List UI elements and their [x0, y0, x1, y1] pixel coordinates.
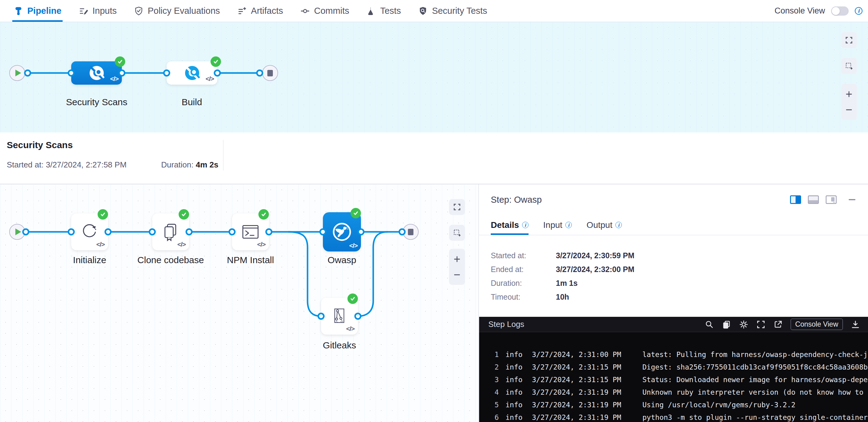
detail-row-timeout: Timeout: 10h — [491, 290, 856, 304]
duration-value: 4m 2s — [196, 160, 219, 169]
tab-label: Pipeline — [27, 6, 61, 16]
log-message: Status: Downloaded newer image for harne… — [642, 376, 868, 384]
tab-commits[interactable]: Commits — [299, 0, 350, 22]
code-badge: </> — [349, 242, 358, 249]
top-navigation: Pipeline Inputs Policy Evaluations — [0, 0, 868, 22]
layout-split-bottom-icon[interactable] — [808, 195, 819, 204]
step-graph-canvas: </> Initialize </> Clone codebase — [0, 184, 479, 422]
stage-info-title: Security Scans — [7, 140, 73, 150]
step-details-panel: Step: Owasp — [479, 184, 868, 422]
console-view-label: Console View — [774, 6, 825, 15]
lower-split: </> Initialize </> Clone codebase — [0, 184, 868, 422]
fullscreen-icon[interactable] — [756, 320, 766, 329]
log-level: info — [505, 401, 523, 409]
marquee-select-button[interactable] — [449, 225, 465, 241]
log-timestamp: 3/27/2024, 2:31:15 PM — [532, 376, 623, 384]
security-tests-icon — [418, 6, 428, 16]
settings-gear-icon[interactable] — [739, 320, 748, 329]
zoom-controls — [449, 249, 465, 285]
tab-label: Artifacts — [251, 6, 283, 16]
tab-output[interactable]: Output i — [587, 215, 622, 235]
tab-details[interactable]: Details i — [491, 215, 529, 235]
success-badge — [98, 209, 108, 220]
detail-value: 10h — [556, 293, 569, 301]
tab-tests[interactable]: Tests — [365, 0, 402, 22]
log-line-number: 3 — [488, 376, 499, 384]
code-badge: </> — [257, 241, 266, 248]
log-line: 5 info 3/27/2024, 2:31:19 PM Using /usr/… — [488, 398, 868, 411]
stage-canvas-controls — [841, 32, 857, 120]
success-badge — [350, 208, 361, 218]
tab-input[interactable]: Input i — [543, 215, 572, 235]
detail-label: Duration: — [491, 279, 556, 288]
npm-install-icon — [241, 222, 260, 241]
console-view-info-icon[interactable]: i — [855, 7, 863, 15]
step-panel-title: Step: Owasp — [491, 195, 542, 205]
input-info-icon[interactable]: i — [565, 222, 572, 228]
log-message: latest: Pulling from harness/owasp-depen… — [642, 351, 868, 359]
fit-to-screen-button[interactable] — [841, 32, 857, 48]
success-badge — [347, 293, 358, 304]
log-level: info — [505, 351, 523, 359]
inputs-icon — [79, 6, 88, 16]
tab-pipeline[interactable]: Pipeline — [12, 0, 63, 22]
step-label: NPM Install — [202, 255, 300, 265]
detail-value: 3/27/2024, 2:32:00 PM — [556, 265, 634, 274]
stage-card-build[interactable]: </> — [167, 61, 217, 85]
open-in-new-icon[interactable] — [773, 320, 783, 329]
layout-split-right-icon[interactable] — [790, 195, 801, 204]
collapse-panel-icon[interactable] — [848, 195, 856, 204]
log-message: Digest: sha256:7755011cdb13caf9f95051f8c… — [642, 363, 868, 371]
tab-policy-evaluations[interactable]: Policy Evaluations — [133, 0, 221, 22]
duration-label: Duration: — [161, 160, 194, 169]
stage-start-node — [9, 65, 25, 81]
pipeline-execution-page: Pipeline Inputs Policy Evaluations — [0, 0, 868, 422]
layout-floating-icon[interactable] — [826, 195, 837, 204]
marquee-select-button[interactable] — [841, 58, 857, 74]
success-badge — [258, 209, 269, 220]
tab-label: Output — [587, 220, 612, 230]
console-view-button[interactable]: Console View — [790, 319, 843, 330]
tab-inputs[interactable]: Inputs — [78, 0, 118, 22]
stage-card-security-scans[interactable]: </> — [71, 61, 122, 85]
code-badge: </> — [177, 241, 186, 248]
log-timestamp: 3/27/2024, 2:31:19 PM — [532, 388, 623, 396]
tab-label: Details — [491, 220, 519, 230]
step-label: Gitleaks — [290, 340, 389, 351]
code-badge: </> — [346, 325, 354, 332]
zoom-out-button[interactable] — [844, 105, 854, 115]
tab-label: Tests — [380, 6, 401, 16]
stage-label: Build — [143, 97, 241, 107]
search-icon[interactable] — [705, 320, 714, 329]
step-logs-title: Step Logs — [488, 320, 524, 329]
log-line-number: 2 — [488, 363, 499, 371]
stop-icon — [408, 229, 413, 235]
started-label: Started at: — [7, 160, 43, 169]
panel-layout-controls — [790, 195, 856, 204]
log-line: 1 info 3/27/2024, 2:31:00 PM latest: Pul… — [488, 348, 868, 361]
tab-security-tests[interactable]: Security Tests — [417, 0, 488, 22]
zoom-in-button[interactable] — [844, 90, 854, 99]
detail-value: 1m 1s — [556, 279, 578, 288]
clone-codebase-icon — [161, 222, 180, 241]
owasp-icon — [330, 220, 354, 244]
log-timestamp: 3/27/2024, 2:31:00 PM — [532, 351, 623, 359]
pipeline-icon — [13, 6, 23, 16]
copy-icon[interactable] — [722, 320, 731, 329]
tab-artifacts[interactable]: Artifacts — [236, 0, 284, 22]
console-view-toggle[interactable] — [831, 6, 849, 15]
tab-label: Inputs — [92, 6, 117, 16]
step-logs-body: 1 info 3/27/2024, 2:31:00 PM latest: Pul… — [479, 332, 868, 422]
output-info-icon[interactable]: i — [615, 222, 622, 228]
details-info-icon[interactable]: i — [522, 222, 529, 228]
fit-to-screen-button[interactable] — [449, 199, 465, 215]
zoom-out-button[interactable] — [453, 270, 462, 280]
download-icon[interactable] — [851, 320, 860, 329]
zoom-in-button[interactable] — [453, 255, 462, 264]
success-badge — [115, 57, 125, 67]
log-timestamp: 3/27/2024, 2:31:15 PM — [532, 363, 623, 371]
step-start-node — [9, 224, 25, 240]
code-badge: </> — [206, 75, 214, 83]
detail-row-ended-at: Ended at: 3/27/2024, 2:32:00 PM — [491, 262, 856, 276]
ci-stage-icon — [182, 63, 202, 83]
